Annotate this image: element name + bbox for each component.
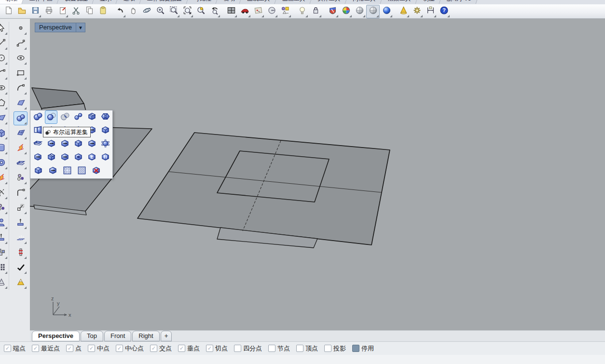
toolbar-tab-cplanes[interactable]: 工作平面	[22, 0, 61, 4]
lock-objects-button[interactable]	[309, 5, 322, 18]
cut-button[interactable]	[69, 5, 82, 18]
osnap-near[interactable]: ✓最近点	[32, 344, 60, 353]
pan-button[interactable]	[126, 5, 140, 18]
osnap-vertex[interactable]: 顶点	[296, 344, 318, 353]
geometry-plate-main[interactable]	[138, 133, 390, 245]
save-button[interactable]	[28, 5, 42, 18]
sidebar-tool-conic[interactable]	[0, 81, 8, 95]
flyout-hole-pattern[interactable]	[60, 164, 74, 178]
shaded-display-button[interactable]	[326, 5, 339, 18]
set-cplane-button[interactable]	[251, 5, 265, 18]
osnap-center[interactable]: ✓中心点	[116, 344, 144, 353]
hide-show-button[interactable]	[295, 5, 309, 18]
sidebar-tool-solid-sphere[interactable]	[14, 111, 28, 125]
add-viewport-tab-button[interactable]: +	[161, 331, 172, 341]
osnap-perp-checkbox[interactable]: ✓	[178, 345, 185, 352]
osnap-int-checkbox[interactable]: ✓	[150, 345, 157, 352]
viewport-title-menu[interactable]: Perspective ▼	[35, 23, 85, 32]
undo-button[interactable]	[113, 5, 126, 18]
zoom-selected-button[interactable]	[194, 5, 207, 18]
shaded-viewport-button[interactable]	[353, 5, 366, 18]
object-filter-button[interactable]	[278, 5, 292, 18]
sidebar-tool-mesh-surface[interactable]	[14, 126, 28, 140]
flyout-move-face-boundary[interactable]	[31, 151, 44, 164]
sidebar-tool-polygon[interactable]	[0, 96, 8, 110]
sidebar-tool-eraser[interactable]	[14, 276, 28, 290]
osnap-disable-checkbox[interactable]	[352, 345, 359, 352]
osnap-vertex-checkbox[interactable]	[296, 345, 303, 352]
toolbar-tab-new-in-v5[interactable]: 新增于V5	[440, 0, 480, 4]
flyout-rotate-face[interactable]	[58, 151, 71, 164]
sidebar-tool-smash[interactable]	[14, 231, 28, 245]
named-views-button[interactable]	[238, 5, 251, 18]
sidebar-tool-explode[interactable]	[0, 171, 8, 185]
toolbar-tab-standard[interactable]: 标准	[0, 0, 25, 4]
zoom-extents-button[interactable]	[180, 5, 194, 18]
flyout-shell[interactable]	[31, 137, 44, 151]
sidebar-tool-array-grid[interactable]	[0, 261, 8, 275]
flyout-delete-hole[interactable]	[89, 164, 103, 178]
sidebar-tool-select[interactable]	[0, 22, 8, 36]
flyout-place-text[interactable]: E	[85, 151, 98, 164]
osnap-int[interactable]: ✓交点	[150, 344, 172, 353]
sidebar-tool-circle[interactable]	[0, 52, 8, 66]
toolbar-tab-set-view[interactable]: 设置视图	[57, 0, 96, 4]
sidebar-tool-box[interactable]	[0, 126, 8, 140]
flyout-cage-edit[interactable]	[99, 137, 111, 151]
sidebar-tool-clipping-plane[interactable]	[14, 246, 28, 260]
toolbar-tab-mesh-tools[interactable]: 网格工具	[345, 0, 384, 4]
toolbar-tab-solid-tools[interactable]: 实体工具	[310, 0, 349, 4]
flyout-extrude-face[interactable]	[45, 137, 57, 151]
osnap-near-checkbox[interactable]: ✓	[32, 345, 39, 352]
flyout-boolean-split[interactable]	[72, 110, 84, 124]
osnap-tan[interactable]: ✓切点	[206, 344, 228, 353]
rendered-display-button[interactable]	[339, 5, 353, 18]
flyout-extract-surface[interactable]	[31, 124, 44, 137]
flyout-create-solid[interactable]	[85, 110, 98, 124]
render-button[interactable]	[380, 5, 393, 18]
osnap-knot[interactable]: 节点	[268, 344, 290, 353]
flyout-make-hole[interactable]	[72, 151, 84, 164]
sidebar-tool-line[interactable]	[0, 37, 8, 51]
viewport-tab-perspective[interactable]: Perspective	[32, 331, 80, 341]
sidebar-tool-blocks[interactable]	[0, 246, 8, 260]
sidebar-tool-torus[interactable]	[0, 156, 8, 170]
sidebar-tool-surface-from-points[interactable]	[14, 96, 28, 110]
dimensions-button[interactable]	[424, 5, 437, 18]
toolbar-tab-drafting[interactable]: 制图	[416, 0, 443, 4]
sidebar-tool-slab[interactable]	[14, 156, 28, 170]
toolbar-tab-display[interactable]: 显示	[93, 0, 120, 4]
sidebar-tool-rectangle[interactable]	[14, 67, 28, 81]
osnap-mid[interactable]: ✓中点	[88, 344, 110, 353]
toolbar-tab-transform[interactable]: 变动	[216, 0, 243, 4]
sidebar-tool-explode[interactable]	[14, 141, 28, 155]
viewport-tab-front[interactable]: Front	[104, 331, 131, 341]
viewport-perspective[interactable]: Perspective ▼ z y x	[30, 19, 605, 330]
flyout-union-faces[interactable]	[99, 124, 111, 137]
open-file-button[interactable]	[15, 5, 28, 18]
osnap-center-checkbox[interactable]: ✓	[116, 345, 123, 352]
sidebar-tool-point[interactable]	[14, 22, 28, 36]
options-button[interactable]	[410, 5, 424, 18]
flyout-fold-face[interactable]	[72, 137, 84, 151]
sidebar-tool-control-point-curve[interactable]	[14, 37, 28, 51]
flyout-cylinder-hole[interactable]	[99, 151, 111, 164]
flyout-boolean-intersection[interactable]	[58, 110, 71, 124]
flyout-array-holes[interactable]	[75, 164, 88, 178]
osnap-perp[interactable]: ✓垂点	[178, 344, 200, 353]
sidebar-tool-fillet-curve[interactable]	[14, 186, 28, 200]
sidebar-tool-cone[interactable]	[0, 276, 8, 290]
toolbar-tab-visibility[interactable]: 可见性	[187, 0, 220, 4]
osnap-disable[interactable]: 停用	[352, 344, 374, 353]
sidebar-tool-cylinder[interactable]	[0, 141, 8, 155]
new-document-button[interactable]	[1, 5, 15, 18]
viewport-tab-right[interactable]: Right	[132, 331, 159, 341]
osnap-point-checkbox[interactable]: ✓	[66, 345, 73, 352]
osnap-tan-checkbox[interactable]: ✓	[206, 345, 213, 352]
ghosted-viewport-button[interactable]	[366, 5, 380, 18]
copy-button[interactable]	[82, 5, 96, 18]
toolbar-tab-curve-tools[interactable]: 曲线工具	[240, 0, 278, 4]
sidebar-tool-extrude[interactable]	[0, 231, 8, 245]
toolbar-tab-render-tools[interactable]: 渲染工具	[381, 0, 419, 4]
rotate-view-button[interactable]	[140, 5, 153, 18]
